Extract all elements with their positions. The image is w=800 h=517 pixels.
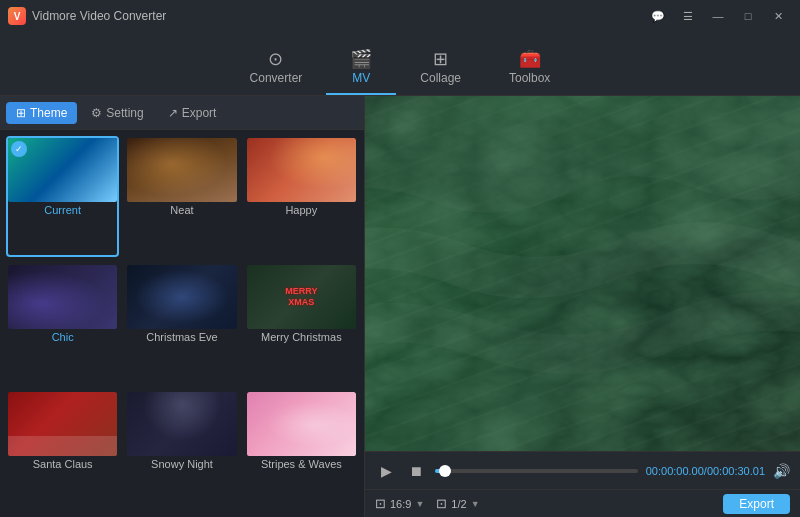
stop-button[interactable]: ⏹: [405, 460, 427, 482]
tab-mv-label: MV: [352, 71, 370, 85]
video-controls: ▶ ⏹ 00:00:00.00/00:00:30.01 🔊: [365, 451, 800, 489]
window-controls[interactable]: 💬 ☰ — □ ✕: [644, 6, 792, 26]
video-preview: [365, 96, 800, 451]
subtab-setting-label: Setting: [106, 106, 143, 120]
theme-neat-label: Neat: [170, 202, 193, 218]
toolbox-icon: 🧰: [519, 50, 541, 68]
half-value: 1/2: [451, 498, 466, 510]
right-panel: ▶ ⏹ 00:00:00.00/00:00:30.01 🔊 ⊡ 16:9 ▼ ⊡…: [365, 96, 800, 517]
tab-converter[interactable]: ⊙ Converter: [226, 44, 327, 95]
ratio-value: 16:9: [390, 498, 411, 510]
subtab-theme-label: Theme: [30, 106, 67, 120]
nav-tabs: ⊙ Converter 🎬 MV ⊞ Collage 🧰 Toolbox: [0, 32, 800, 96]
tab-collage[interactable]: ⊞ Collage: [396, 44, 485, 95]
tab-toolbox[interactable]: 🧰 Toolbox: [485, 44, 574, 95]
theme-snowy-night-label: Snowy Night: [151, 456, 213, 472]
tab-toolbox-label: Toolbox: [509, 71, 550, 85]
theme-stripes-waves[interactable]: Stripes & Waves: [245, 390, 358, 511]
title-bar: V Vidmore Video Converter 💬 ☰ — □ ✕: [0, 0, 800, 32]
mv-icon: 🎬: [350, 50, 372, 68]
theme-stripes-waves-thumb: [247, 392, 356, 456]
ratio-selector[interactable]: ⊡ 16:9 ▼: [375, 496, 424, 511]
theme-current-thumb: ✓: [8, 138, 117, 202]
theme-christmas-eve-thumb: [127, 265, 236, 329]
bottom-controls-row: ⊡ 16:9 ▼ ⊡ 1/2 ▼ Export: [365, 489, 800, 517]
theme-christmas-eve-label: Christmas Eve: [146, 329, 218, 345]
sub-tabs: ⊞ Theme ⚙ Setting ↗ Export: [0, 96, 364, 130]
export-sub-icon: ↗: [168, 106, 178, 120]
theme-current[interactable]: ✓ Current: [6, 136, 119, 257]
subtab-setting[interactable]: ⚙ Setting: [81, 102, 153, 124]
half-selector[interactable]: ⊡ 1/2 ▼: [436, 496, 479, 511]
ratio-dropdown-arrow: ▼: [415, 499, 424, 509]
volume-icon[interactable]: 🔊: [773, 463, 790, 479]
theme-neat-thumb: [127, 138, 236, 202]
app-title: Vidmore Video Converter: [32, 9, 166, 23]
theme-santa-claus-thumb: [8, 392, 117, 456]
theme-grid-icon: ⊞: [16, 106, 26, 120]
setting-icon: ⚙: [91, 106, 102, 120]
close-btn[interactable]: ✕: [764, 6, 792, 26]
theme-grid: ✓ Current Neat Happy: [0, 130, 364, 517]
main-area: ⊞ Theme ⚙ Setting ↗ Export ✓ Current: [0, 96, 800, 517]
theme-current-label: Current: [44, 202, 81, 218]
title-bar-left: V Vidmore Video Converter: [8, 7, 166, 25]
theme-neat[interactable]: Neat: [125, 136, 238, 257]
theme-happy[interactable]: Happy: [245, 136, 358, 257]
theme-chic[interactable]: Chic: [6, 263, 119, 384]
selected-checkmark: ✓: [11, 141, 27, 157]
theme-happy-thumb: [247, 138, 356, 202]
collage-icon: ⊞: [433, 50, 448, 68]
theme-snowy-night-thumb: [127, 392, 236, 456]
theme-merry-christmas-thumb: MERRYXMAS: [247, 265, 356, 329]
progress-dot: [439, 465, 451, 477]
subtab-export[interactable]: ↗ Export: [158, 102, 227, 124]
minimize-btn[interactable]: —: [704, 6, 732, 26]
chat-icon-btn[interactable]: 💬: [644, 6, 672, 26]
app-icon: V: [8, 7, 26, 25]
menu-btn[interactable]: ☰: [674, 6, 702, 26]
theme-santa-claus-label: Santa Claus: [33, 456, 93, 472]
progress-bar[interactable]: [435, 469, 638, 473]
export-button[interactable]: Export: [723, 494, 790, 514]
subtab-theme[interactable]: ⊞ Theme: [6, 102, 77, 124]
ratio-icon: ⊡: [375, 496, 386, 511]
theme-snowy-night[interactable]: Snowy Night: [125, 390, 238, 511]
tab-converter-label: Converter: [250, 71, 303, 85]
theme-santa-claus[interactable]: Santa Claus: [6, 390, 119, 511]
tab-collage-label: Collage: [420, 71, 461, 85]
merry-christmas-text: MERRYXMAS: [285, 286, 317, 308]
half-dropdown-arrow: ▼: [471, 499, 480, 509]
theme-christmas-eve[interactable]: Christmas Eve: [125, 263, 238, 384]
theme-merry-christmas-label: Merry Christmas: [261, 329, 342, 345]
theme-stripes-waves-label: Stripes & Waves: [261, 456, 342, 472]
theme-happy-label: Happy: [285, 202, 317, 218]
maximize-btn[interactable]: □: [734, 6, 762, 26]
theme-chic-label: Chic: [52, 329, 74, 345]
left-panel: ⊞ Theme ⚙ Setting ↗ Export ✓ Current: [0, 96, 365, 517]
play-button[interactable]: ▶: [375, 460, 397, 482]
time-display: 00:00:00.00/00:00:30.01: [646, 465, 765, 477]
subtab-export-label: Export: [182, 106, 217, 120]
half-icon: ⊡: [436, 496, 447, 511]
theme-merry-christmas[interactable]: MERRYXMAS Merry Christmas: [245, 263, 358, 384]
tab-mv[interactable]: 🎬 MV: [326, 44, 396, 95]
theme-chic-thumb: [8, 265, 117, 329]
converter-icon: ⊙: [268, 50, 283, 68]
